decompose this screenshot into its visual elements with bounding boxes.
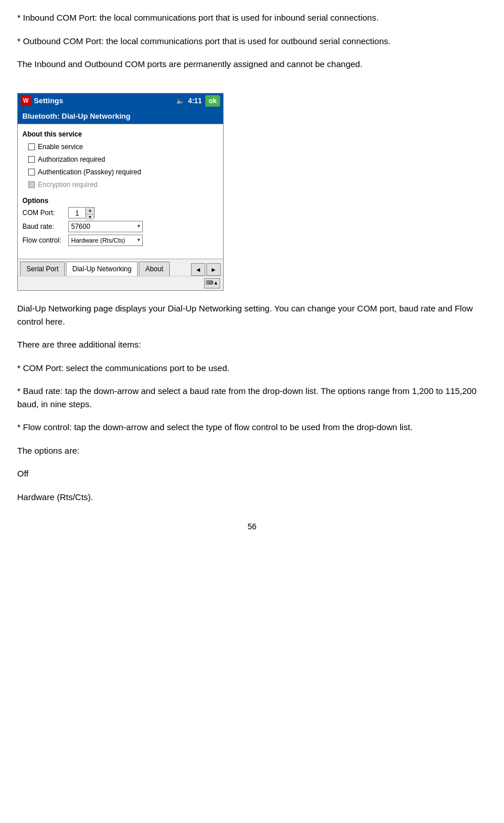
checkbox-row-authorization[interactable]: Authorization required <box>18 153 223 166</box>
tab-dial-up-networking[interactable]: Dial-Up Networking <box>66 262 138 276</box>
com-port-up-arrow[interactable]: ▲ <box>86 208 94 214</box>
flow-control-dropdown[interactable]: Hardware (Rts/Cts) ▼ <box>68 235 143 246</box>
checkbox-row-encryption: Encryption required <box>18 178 223 191</box>
flow-control-arrow-icon[interactable]: ▼ <box>136 237 141 244</box>
paragraph-2: * Outbound COM Port: the local communica… <box>17 35 487 48</box>
paragraph-9: The options are: <box>17 444 487 458</box>
paragraph-4: Dial-Up Networking page displays your Di… <box>17 302 487 328</box>
checkbox-encryption <box>28 181 35 188</box>
win-navrow: ⌨▲ <box>18 276 223 290</box>
com-port-label: COM Port: <box>22 208 68 218</box>
checkbox-enable-service[interactable] <box>28 143 35 150</box>
options-section: Options COM Port: 1 ▲ ▼ Baud rate: <box>18 191 223 253</box>
option-row-baud-rate: Baud rate: 57600 ▼ <box>22 221 218 232</box>
win-titlebar: W Settings 🔈 4:11 ok <box>18 93 223 108</box>
win-logo-text: W <box>23 96 28 105</box>
tab-serial-port[interactable]: Serial Port <box>20 262 65 276</box>
win-header-bar: Bluetooth: Dial-Up Networking <box>18 108 223 125</box>
paragraph-3: The Inbound and Outbound COM ports are p… <box>17 58 487 71</box>
checkbox-authentication[interactable] <box>28 169 35 175</box>
com-port-down-arrow[interactable]: ▼ <box>86 214 94 221</box>
win-outer: W Settings 🔈 4:11 ok Bluetooth: Dial-Up … <box>17 93 224 291</box>
paragraph-10: Off <box>17 467 487 481</box>
paragraph-6: * COM Port: select the communications po… <box>17 362 487 375</box>
win-logo-icon: W <box>21 96 31 106</box>
win-title: Settings <box>34 95 63 107</box>
time-display: 4:11 <box>188 96 202 106</box>
paragraph-11: Hardware (Rts/Cts). <box>17 491 487 504</box>
nav-back-button[interactable]: ◄ <box>191 263 205 276</box>
checkbox-enable-service-label: Enable service <box>38 142 83 152</box>
titlebar-left: W Settings <box>21 95 63 107</box>
options-label: Options <box>22 193 218 207</box>
option-row-flow-control: Flow control: Hardware (Rts/Cts) ▼ <box>22 235 218 246</box>
nav-forward-button[interactable]: ► <box>206 263 221 276</box>
flow-control-label: Flow control: <box>22 235 68 245</box>
com-port-spinbox[interactable]: 1 ▲ ▼ <box>68 207 95 219</box>
flow-control-value: Hardware (Rts/Cts) <box>71 236 125 245</box>
screenshot-image: W Settings 🔈 4:11 ok Bluetooth: Dial-Up … <box>17 93 224 291</box>
titlebar-right: 🔈 4:11 ok <box>176 95 220 107</box>
com-port-arrows[interactable]: ▲ ▼ <box>86 208 94 218</box>
volume-icon: 🔈 <box>176 96 185 106</box>
checkbox-row-enable-service[interactable]: Enable service <box>18 141 223 153</box>
checkbox-authentication-label: Authentication (Passkey) required <box>38 167 141 177</box>
checkbox-encryption-label: Encryption required <box>38 180 97 190</box>
paragraph-5: There are three additional items: <box>17 338 487 352</box>
keyboard-icon[interactable]: ⌨▲ <box>204 278 220 288</box>
checkbox-authorization-label: Authorization required <box>38 154 105 165</box>
baud-rate-arrow-icon[interactable]: ▼ <box>136 223 141 230</box>
checkbox-authorization[interactable] <box>28 156 35 163</box>
win-tabbar: Serial Port Dial-Up Networking About ◄ ► <box>18 259 223 276</box>
win-content: About this service Enable service Author… <box>18 124 223 259</box>
com-port-value: 1 <box>69 208 86 218</box>
baud-rate-label: Baud rate: <box>22 221 68 232</box>
option-row-com-port: COM Port: 1 ▲ ▼ <box>22 207 218 219</box>
page-number: 56 <box>17 521 487 533</box>
tab-about[interactable]: About <box>139 262 169 276</box>
paragraph-8: * Flow control: tap the down-arrow and s… <box>17 421 487 434</box>
ok-button[interactable]: ok <box>205 95 220 107</box>
paragraph-7: * Baud rate: tap the down-arrow and sele… <box>17 385 487 411</box>
paragraph-1: * Inbound COM Port: the local communicat… <box>17 11 487 25</box>
baud-rate-dropdown[interactable]: 57600 ▼ <box>68 221 143 232</box>
checkbox-row-authentication[interactable]: Authentication (Passkey) required <box>18 166 223 178</box>
about-this-service-label: About this service <box>18 127 223 141</box>
baud-rate-value: 57600 <box>71 221 90 232</box>
